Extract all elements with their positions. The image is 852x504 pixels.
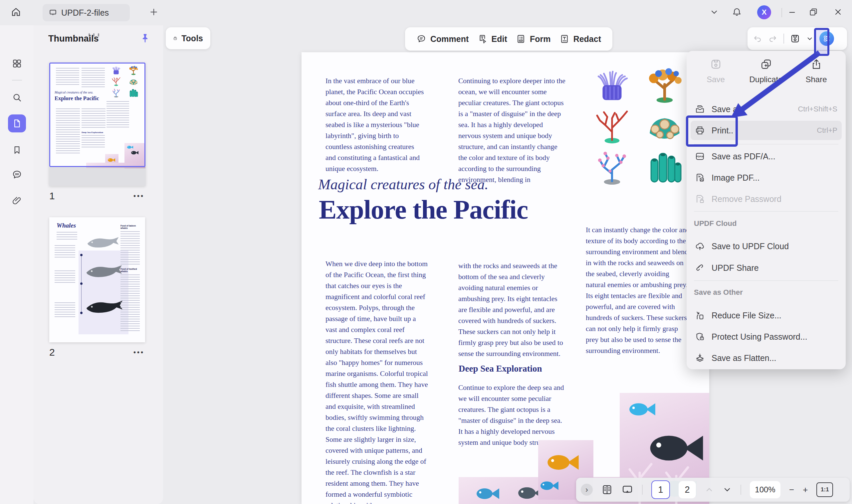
close-button[interactable]	[830, 4, 846, 20]
toolbar-divider	[642, 485, 643, 495]
save-button[interactable]	[790, 34, 800, 43]
menu-item-save-as-flatten[interactable]: Save as Flatten...	[691, 348, 842, 367]
collapse-toolbar-button[interactable]	[706, 4, 722, 20]
document-page[interactable]: In the vast embrace of our blue planet, …	[302, 52, 709, 504]
sidebar-item-thumbnails-active[interactable]	[8, 114, 26, 132]
grid-icon	[12, 58, 22, 69]
menu-section-header-other: Save as Other	[694, 288, 743, 297]
page-layout-button[interactable]	[601, 484, 613, 496]
redo-button[interactable]	[768, 34, 778, 43]
next-page-button[interactable]	[723, 485, 732, 494]
tab-edit[interactable]: Edit	[478, 34, 507, 44]
doc-paragraph: It can instantly change the color and te…	[586, 224, 690, 356]
mini-heading: Food of toothed whales	[121, 268, 140, 272]
tab-redact[interactable]: Redact	[560, 34, 601, 44]
mini-text-block	[121, 231, 140, 266]
current-page-box[interactable]: 1	[651, 480, 670, 499]
thumbnail-2-more-button[interactable]: •••	[134, 349, 144, 356]
page-icon	[12, 119, 22, 128]
sidebar-item-bookmarks[interactable]	[8, 142, 25, 158]
menu-item-label: Protect Using Password...	[712, 332, 837, 342]
menu-item-label: Save as Flatten...	[712, 353, 837, 363]
tab-label: Redact	[573, 34, 601, 44]
menu-item-protect-using-password[interactable]: Protect Using Password...	[691, 327, 842, 346]
pufferfish	[645, 430, 708, 467]
menu-item-image-pdf[interactable]: Image PDF...	[691, 168, 842, 187]
toolbar-divider	[783, 34, 784, 43]
disc-coral-illustration	[643, 109, 686, 144]
account-avatar[interactable]: X	[757, 5, 771, 19]
minimize-button[interactable]	[784, 4, 800, 20]
page-thumbnail-2[interactable]: Whales Food of baleen whales Food of too…	[49, 217, 145, 342]
actual-size-button[interactable]: 1:1	[816, 482, 833, 497]
restore-button[interactable]	[805, 4, 821, 20]
menu-item-updf-share[interactable]: UPDF Share	[691, 258, 842, 277]
zoom-in-button[interactable]: +	[803, 485, 808, 495]
menu-item-save-to-updf-cloud[interactable]: Save to UPDF Cloud	[691, 236, 842, 256]
reduce-size-icon	[695, 310, 705, 320]
red-coral-illustration	[590, 109, 634, 144]
mini-text-block	[55, 302, 75, 317]
tube-sponge-illustration	[643, 149, 686, 185]
timeline-dot	[80, 312, 83, 314]
redact-icon	[560, 34, 569, 44]
page-number-label: 2	[49, 347, 55, 358]
mini-heading: Food of baleen whales	[121, 224, 140, 229]
menu-item-label: Save as PDF/A...	[712, 152, 837, 161]
presentation-mode-button[interactable]	[621, 484, 633, 496]
blue-coral-illustration	[590, 149, 634, 185]
whale-illustration	[84, 299, 124, 316]
pin-icon	[139, 33, 151, 44]
expand-toolbar-button[interactable]: ›	[581, 484, 593, 496]
sidebar-item-search[interactable]	[8, 89, 25, 106]
mini-text-block	[57, 232, 77, 240]
menu-separator	[694, 211, 838, 212]
thumbnail-1-more-button[interactable]: •••	[134, 192, 144, 200]
tools-label: Tools	[181, 34, 203, 43]
new-tab-button[interactable]	[146, 4, 162, 20]
minimize-icon	[787, 7, 797, 17]
display-icon	[49, 8, 57, 17]
zoom-level-box[interactable]: 100%	[750, 481, 780, 498]
menu-section-header-cloud: UPDF Cloud	[694, 219, 736, 228]
document-tab[interactable]: UPDF-2-files	[42, 4, 130, 21]
pin-panel-button[interactable]	[139, 33, 151, 44]
notifications-button[interactable]	[729, 4, 745, 20]
zoom-level-value: 100%	[755, 485, 775, 494]
annotation-highlight-chevron	[814, 28, 829, 56]
menu-separator	[694, 281, 838, 281]
tab-comment[interactable]: Comment	[416, 34, 468, 44]
page-number-label: 1	[49, 190, 55, 202]
menu-item-label: Save to UPDF Cloud	[712, 241, 837, 251]
sidebar-item-attachments[interactable]	[8, 192, 25, 209]
doc-title: Explore the Pacific	[319, 195, 528, 225]
whale-illustration	[85, 236, 120, 250]
next-page-box[interactable]: 2	[679, 481, 696, 498]
ratio-label: 1:1	[821, 486, 829, 493]
save-menu-chevron-button[interactable]	[806, 35, 813, 42]
updf-app-window: UPDF-2-files X	[0, 0, 852, 504]
blue-butterflyfish	[627, 400, 658, 418]
menu-item-reduce-file-size[interactable]: Reduce File Size...	[691, 306, 842, 325]
sidebar-item-panels[interactable]	[8, 55, 25, 72]
tools-button[interactable]: Tools	[166, 27, 210, 49]
sidebar-item-comments[interactable]	[8, 166, 25, 183]
flatten-icon	[695, 353, 705, 363]
toolbar-divider	[741, 485, 741, 495]
page-thumbnail-1[interactable]: Magical creatures of the sea. Explore th…	[49, 62, 145, 186]
home-icon	[11, 7, 21, 17]
zoom-out-button[interactable]: −	[789, 485, 794, 495]
previous-page-button[interactable]	[705, 485, 714, 494]
tab-form[interactable]: Form	[516, 34, 551, 44]
home-button[interactable]	[8, 4, 24, 20]
menu-item-save-as-pdfa[interactable]: PDF/A Save as PDF/A...	[691, 147, 842, 166]
remove-password-icon	[695, 194, 705, 204]
timeline-dot	[80, 283, 83, 285]
doc-paragraph: Continuing to explore deeper into the oc…	[458, 75, 565, 185]
next-page-number: 2	[685, 485, 690, 495]
plus-icon	[149, 7, 159, 17]
form-icon	[516, 34, 526, 44]
doc-heading: Deep Sea Exploration	[459, 364, 542, 374]
undo-button[interactable]	[753, 34, 762, 43]
whale-illustration	[84, 264, 123, 280]
